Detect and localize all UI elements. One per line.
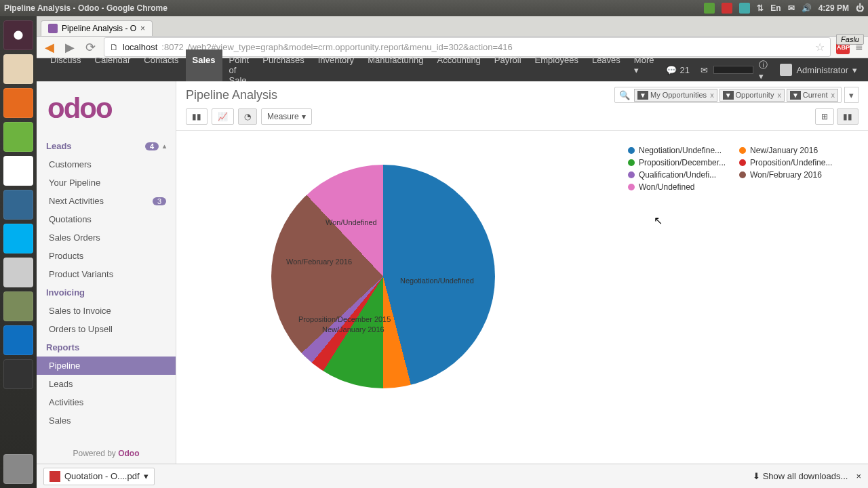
camera-icon[interactable] — [3, 258, 33, 287]
tray-icon[interactable] — [739, 3, 750, 14]
download-item[interactable]: Quotation - O....pdf ▾ — [43, 468, 155, 485]
app-icon[interactable] — [3, 122, 33, 152]
sidebar-item-orders-to-upsell[interactable]: Orders to Upsell — [37, 320, 176, 338]
measure-button[interactable]: Measure ▾ — [261, 108, 312, 125]
sidebar-item-products[interactable]: Products — [37, 247, 176, 265]
sidebar-item-product-variants[interactable]: Product Variants — [37, 265, 176, 283]
sidebar-item-sales-to-invoice[interactable]: Sales to Invoice — [37, 302, 176, 320]
trash-icon[interactable] — [3, 454, 33, 484]
swatch-icon — [628, 159, 635, 166]
page-title: Pipeline Analysis — [186, 88, 277, 102]
tray-icon[interactable] — [704, 3, 715, 14]
pictures-icon[interactable] — [3, 291, 33, 321]
swatch-icon — [739, 159, 746, 166]
skype-icon[interactable] — [3, 224, 33, 253]
power-icon[interactable]: ⏻ — [856, 3, 864, 13]
teamviewer-icon[interactable] — [3, 325, 33, 355]
system-tray: ⇅ En ✉ 🔊 4:29 PM ⏻ — [704, 3, 864, 14]
sidebar-item-sales-orders[interactable]: Sales Orders — [37, 228, 176, 247]
os-titlebar: Pipeline Analysis - Odoo - Google Chrome… — [0, 0, 868, 16]
legend-item[interactable]: Won/February 2016 — [739, 170, 848, 180]
user-name: Administrator — [796, 65, 848, 75]
graph-view-button[interactable]: ▮▮ — [837, 108, 859, 125]
slice-label: Won/February 2016 — [286, 258, 352, 266]
pie-chart[interactable]: Negotiation/UndefinedNew/January 2016Pro… — [271, 165, 502, 395]
sidebar-section-invoicing[interactable]: Invoicing — [37, 283, 176, 302]
bookmark-icon[interactable]: ☆ — [815, 41, 825, 54]
pdf-icon — [50, 471, 60, 482]
keyboard-lang[interactable]: En — [770, 3, 781, 13]
sidebar-item-quotations[interactable]: Quotations — [37, 210, 176, 228]
messages-count[interactable]: 💬 21 — [660, 65, 694, 75]
swatch-icon — [628, 184, 635, 190]
pie-chart-button[interactable]: ◔ — [238, 108, 257, 125]
app-icon[interactable] — [3, 359, 33, 389]
filter-icon: ▼ — [723, 91, 734, 100]
chrome-icon[interactable] — [3, 156, 33, 186]
browser-window: Faslu Pipeline Analysis - O × ◀ ▶ ⟳ 🗋 lo… — [37, 16, 868, 488]
odoo-logo[interactable]: odoo — [37, 85, 176, 137]
line-chart-button[interactable]: 📈 — [212, 108, 234, 125]
sidebar-item-leads[interactable]: Leads — [37, 375, 176, 393]
sidebar-item-next-activities[interactable]: Next Activities3 — [37, 192, 176, 210]
dash-icon[interactable] — [3, 20, 33, 50]
bar-chart-button[interactable]: ▮▮ — [186, 108, 208, 125]
sidebar-section-reports[interactable]: Reports — [37, 338, 176, 357]
swatch-icon — [739, 171, 746, 178]
clock[interactable]: 4:29 PM — [818, 3, 849, 13]
sidebar-section-sales[interactable]: Leads 4 ▴ — [37, 137, 176, 155]
fastu-badge: Faslu — [836, 34, 864, 45]
chevron-down-icon[interactable]: ▾ — [144, 471, 149, 481]
help-icon[interactable]: ⓘ ▾ — [753, 59, 776, 81]
network-icon[interactable]: ⇅ — [757, 3, 764, 13]
filter-chip[interactable]: ▼Currentx — [787, 89, 838, 102]
sidebar-item-customers[interactable]: Customers — [37, 155, 176, 174]
legend-item[interactable]: Won/Undefined — [628, 182, 736, 192]
remove-filter-icon[interactable]: x — [830, 91, 835, 99]
legend-item[interactable]: New/January 2016 — [739, 146, 848, 155]
firefox-icon[interactable] — [3, 88, 33, 118]
tab-close-icon[interactable]: × — [140, 24, 145, 33]
search-icon[interactable]: 🔍 — [615, 90, 634, 100]
mail-icon[interactable]: ✉ — [788, 3, 795, 13]
unity-launcher — [0, 16, 37, 488]
close-icon[interactable]: × — [848, 471, 861, 481]
swatch-icon — [628, 171, 635, 178]
user-menu[interactable]: Administrator ▾ — [776, 64, 861, 76]
browser-tab[interactable]: Pipeline Analysis - O × — [41, 20, 153, 36]
volume-icon[interactable]: 🔊 — [802, 3, 812, 13]
search-dropdown[interactable]: ▾ — [844, 87, 859, 103]
sidebar-item-sales[interactable]: Sales — [37, 411, 176, 430]
slice-label: New/January 2016 — [322, 325, 384, 333]
pgadmin-icon[interactable] — [3, 190, 33, 220]
legend: Negotiation/Undefine...New/January 2016P… — [628, 146, 848, 192]
legend-item[interactable]: Qualification/Undefi... — [628, 170, 736, 180]
legend-item[interactable]: Proposition/December... — [628, 158, 736, 167]
remove-filter-icon[interactable]: x — [776, 91, 781, 99]
tab-strip: Pipeline Analysis - O × — [37, 16, 868, 37]
pivot-view-button[interactable]: ⊞ — [815, 108, 834, 125]
filter-chip[interactable]: ▼Opportunityx — [719, 89, 785, 102]
filter-chip[interactable]: ▼My Opportunitiesx — [634, 89, 717, 102]
filter-icon: ▼ — [790, 91, 801, 100]
mail-icon[interactable]: ✉ — [695, 65, 713, 75]
show-all-downloads[interactable]: ⬇ Show all downloads... — [753, 471, 848, 481]
remove-filter-icon[interactable]: x — [709, 91, 714, 99]
caret-up-icon: ▴ — [163, 142, 166, 150]
badge: 3 — [153, 197, 166, 205]
sidebar-item-pipeline[interactable]: Pipeline — [37, 357, 176, 375]
tray-icon[interactable] — [722, 3, 732, 14]
sidebar-item-activities[interactable]: Activities — [37, 393, 176, 411]
search-box[interactable]: 🔍 ▼My Opportunitiesx▼Opportunityx▼Curren… — [614, 87, 842, 103]
sidebar-item-your-pipeline[interactable]: Your Pipeline — [37, 174, 176, 192]
legend-item[interactable]: Negotiation/Undefine... — [628, 146, 736, 155]
main-content: Pipeline Analysis 🔍 ▼My Opportunitiesx▼O… — [176, 81, 868, 464]
badge: 4 — [145, 142, 159, 150]
odoo-navbar: DiscussCalendarContactsSalesPoint of Sal… — [37, 58, 868, 81]
powered-by: Powered by Odoo — [37, 443, 176, 464]
progress-bar[interactable] — [713, 66, 753, 74]
legend-item[interactable]: Proposition/Undefine... — [739, 158, 848, 167]
odoo-body: odoo Leads 4 ▴ CustomersYour PipelineNex… — [37, 81, 868, 464]
files-icon[interactable] — [3, 54, 33, 84]
swatch-icon — [739, 147, 746, 154]
